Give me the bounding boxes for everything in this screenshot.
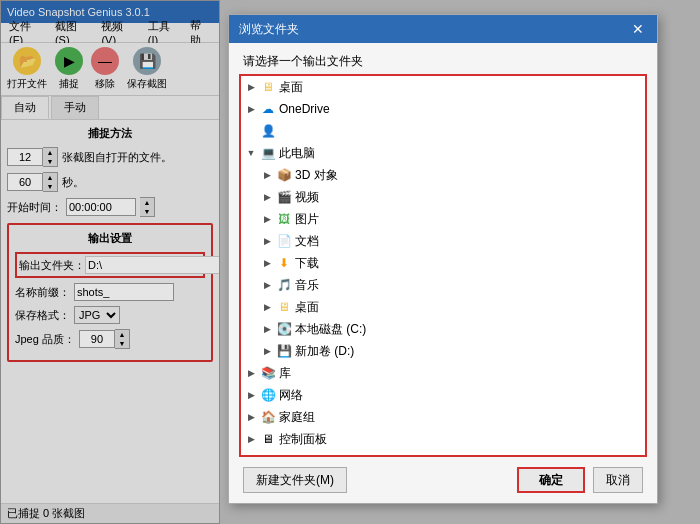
expand-images: ▶	[261, 213, 273, 225]
dialog-close-button[interactable]: ✕	[629, 20, 647, 38]
icon-network: 🌐	[260, 388, 276, 402]
dialog-title-bar: 浏览文件夹 ✕	[229, 15, 657, 43]
expand-network: ▶	[245, 389, 257, 401]
ok-button[interactable]: 确定	[517, 467, 585, 493]
label-desktop: 桌面	[279, 79, 303, 96]
label-homegroup: 家庭组	[279, 409, 315, 426]
tree-item-onedrive[interactable]: ▶ ☁ OneDrive	[241, 98, 645, 120]
dialog-header: 请选择一个输出文件夹	[229, 43, 657, 74]
tree-item-homegroup[interactable]: ▶ 🏠 家庭组	[241, 406, 645, 428]
cancel-button[interactable]: 取消	[593, 467, 643, 493]
expand-drive-d: ▶	[261, 345, 273, 357]
icon-desktop2: 🖥	[276, 300, 292, 314]
tree-item-images[interactable]: ▶ 🖼 图片	[241, 208, 645, 230]
label-onedrive: OneDrive	[279, 102, 330, 116]
tree-item-pc[interactable]: ▼ 💻 此电脑	[241, 142, 645, 164]
icon-user: 👤	[260, 124, 276, 138]
tree-item-user[interactable]: 👤	[241, 120, 645, 142]
label-video: 视频	[295, 189, 319, 206]
expand-downloads: ▶	[261, 257, 273, 269]
dialog-footer: 新建文件夹(M) 确定 取消	[229, 457, 657, 503]
new-folder-button[interactable]: 新建文件夹(M)	[243, 467, 347, 493]
tree-item-3d[interactable]: ▶ 📦 3D 对象	[241, 164, 645, 186]
icon-library: 📚	[260, 366, 276, 380]
icon-downloads: ⬇	[276, 256, 292, 270]
label-drive-c: 本地磁盘 (C:)	[295, 321, 366, 338]
tree-item-desktop[interactable]: ▶ 🖥 桌面	[241, 76, 645, 98]
label-3d: 3D 对象	[295, 167, 338, 184]
icon-drive-d: 💾	[276, 344, 292, 358]
dialog-header-text: 请选择一个输出文件夹	[243, 54, 363, 68]
dialog-action-buttons: 确定 取消	[517, 467, 643, 493]
label-desktop2: 桌面	[295, 299, 319, 316]
expand-homegroup: ▶	[245, 411, 257, 423]
dialog-title: 浏览文件夹	[239, 21, 299, 38]
icon-controlpanel: 🖥	[260, 432, 276, 446]
icon-images: 🖼	[276, 212, 292, 226]
expand-desktop: ▶	[245, 81, 257, 93]
expand-drive-c: ▶	[261, 323, 273, 335]
label-controlpanel: 控制面板	[279, 431, 327, 448]
expand-pc: ▼	[245, 147, 257, 159]
label-images: 图片	[295, 211, 319, 228]
icon-drive-c: 💽	[276, 322, 292, 336]
label-music: 音乐	[295, 277, 319, 294]
expand-video: ▶	[261, 191, 273, 203]
tree-item-network[interactable]: ▶ 🌐 网络	[241, 384, 645, 406]
browse-folder-dialog: 浏览文件夹 ✕ 请选择一个输出文件夹 ▶ 🖥 桌面 ▶ ☁ OneDrive 👤…	[228, 14, 658, 504]
label-drive-d: 新加卷 (D:)	[295, 343, 354, 360]
tree-item-desktop2[interactable]: ▶ 🖥 桌面	[241, 296, 645, 318]
tree-item-drive-d[interactable]: ▶ 💾 新加卷 (D:)	[241, 340, 645, 362]
expand-controlpanel: ▶	[245, 433, 257, 445]
tree-item-library[interactable]: ▶ 📚 库	[241, 362, 645, 384]
dialog-tree-area[interactable]: ▶ 🖥 桌面 ▶ ☁ OneDrive 👤 ▼ 💻 此电脑 ▶ 📦 3D 对象	[239, 74, 647, 457]
label-pc: 此电脑	[279, 145, 315, 162]
icon-music: 🎵	[276, 278, 292, 292]
expand-3d: ▶	[261, 169, 273, 181]
tree-item-downloads[interactable]: ▶ ⬇ 下载	[241, 252, 645, 274]
expand-music: ▶	[261, 279, 273, 291]
expand-user	[245, 125, 257, 137]
tree-item-video[interactable]: ▶ 🎬 视频	[241, 186, 645, 208]
label-docs: 文档	[295, 233, 319, 250]
expand-desktop2: ▶	[261, 301, 273, 313]
icon-pc: 💻	[260, 146, 276, 160]
tree-item-controlpanel[interactable]: ▶ 🖥 控制面板	[241, 428, 645, 450]
label-library: 库	[279, 365, 291, 382]
icon-desktop: 🖥	[260, 80, 276, 94]
icon-3d: 📦	[276, 168, 292, 182]
label-downloads: 下载	[295, 255, 319, 272]
tree-item-music[interactable]: ▶ 🎵 音乐	[241, 274, 645, 296]
icon-homegroup: 🏠	[260, 410, 276, 424]
icon-docs: 📄	[276, 234, 292, 248]
tree-item-docs[interactable]: ▶ 📄 文档	[241, 230, 645, 252]
expand-library: ▶	[245, 367, 257, 379]
tree-item-drive-c[interactable]: ▶ 💽 本地磁盘 (C:)	[241, 318, 645, 340]
icon-onedrive: ☁	[260, 102, 276, 116]
icon-video: 🎬	[276, 190, 292, 204]
expand-onedrive: ▶	[245, 103, 257, 115]
expand-docs: ▶	[261, 235, 273, 247]
label-network: 网络	[279, 387, 303, 404]
